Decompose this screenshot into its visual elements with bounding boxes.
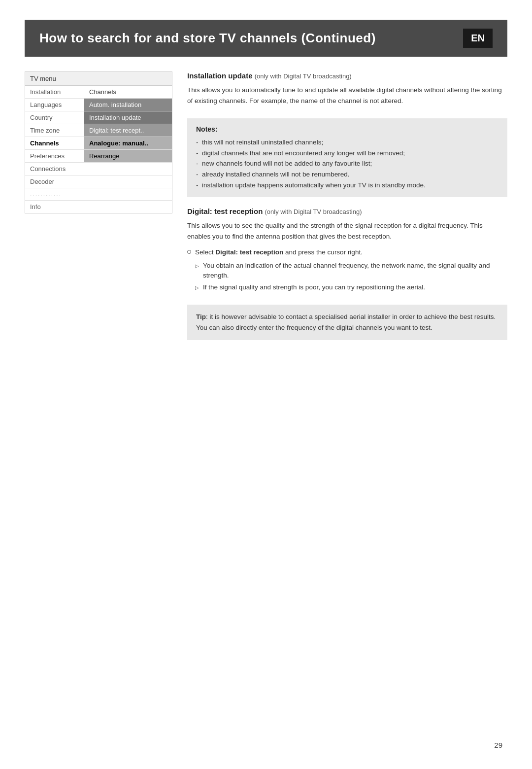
menu-left-decoder: Decoder bbox=[25, 175, 84, 188]
menu-row-installation[interactable]: Installation Channels bbox=[25, 86, 172, 99]
installation-update-body: This allows you to automatically tune to… bbox=[187, 85, 507, 106]
notes-title: Notes: bbox=[196, 125, 499, 133]
header-bar: How to search for and store TV channels … bbox=[25, 20, 507, 57]
menu-right-digital-test: Digital: test recept.. bbox=[84, 124, 172, 137]
main-content: TV menu Installation Channels Languages … bbox=[25, 71, 507, 340]
note-item-3: new channels found will not be added to … bbox=[196, 158, 499, 169]
menu-row-languages[interactable]: Languages Autom. installation bbox=[25, 99, 172, 111]
menu-row-decoder[interactable]: Decoder bbox=[25, 175, 172, 188]
menu-row-connections[interactable]: Connections bbox=[25, 163, 172, 175]
sub-bullet-1: You obtain an indication of the actual c… bbox=[195, 261, 507, 281]
installation-update-subtitle: (only with Digital TV broadcasting) bbox=[255, 72, 352, 80]
bullet-list: Select Digital: test reception and press… bbox=[187, 247, 507, 257]
menu-left-channels: Channels bbox=[25, 137, 84, 149]
tv-menu-panel: TV menu Installation Channels Languages … bbox=[25, 71, 172, 213]
menu-row-timezone[interactable]: Time zone Digital: test recept.. bbox=[25, 124, 172, 137]
tip-box: Tip: it is however advisable to contact … bbox=[187, 305, 507, 340]
installation-update-section: Installation update (only with Digital T… bbox=[187, 71, 507, 106]
tv-menu-header: TV menu bbox=[25, 72, 172, 86]
right-content: Installation update (only with Digital T… bbox=[187, 71, 507, 340]
note-item-5: installation update happens automaticall… bbox=[196, 180, 499, 191]
menu-left-country: Country bbox=[25, 111, 84, 124]
digital-test-section: Digital: test reception (only with Digit… bbox=[187, 207, 507, 292]
note-item-1: this will not reinstall uninstalled chan… bbox=[196, 137, 499, 148]
menu-right-connections-empty bbox=[84, 163, 172, 175]
menu-right-decoder-empty bbox=[84, 175, 172, 188]
lang-badge: EN bbox=[463, 29, 493, 48]
menu-right-analogue: Analogue: manual.. bbox=[84, 137, 172, 149]
menu-info-row: Info bbox=[25, 201, 172, 213]
menu-left-timezone: Time zone bbox=[25, 124, 84, 137]
menu-left-languages: Languages bbox=[25, 99, 84, 111]
menu-right-channels: Channels bbox=[84, 86, 172, 98]
menu-row-preferences[interactable]: Preferences Rearrange bbox=[25, 150, 172, 163]
menu-right-installation-update: Installation update bbox=[84, 111, 172, 124]
digital-test-title: Digital: test reception (only with Digit… bbox=[187, 207, 507, 215]
installation-update-title: Installation update (only with Digital T… bbox=[187, 71, 507, 80]
sub-bullet-2: If the signal quality and strength is po… bbox=[195, 282, 507, 292]
notes-list: this will not reinstall uninstalled chan… bbox=[196, 137, 499, 190]
digital-test-subtitle: (only with Digital TV broadcasting) bbox=[265, 208, 362, 215]
menu-right-autom: Autom. installation bbox=[84, 99, 172, 111]
menu-row-channels[interactable]: Channels Analogue: manual.. bbox=[25, 137, 172, 150]
menu-left-preferences: Preferences bbox=[25, 150, 84, 162]
menu-dots: ............ bbox=[25, 188, 172, 201]
page-title: How to search for and store TV channels … bbox=[39, 31, 376, 46]
menu-left-installation: Installation bbox=[25, 86, 84, 98]
page-number: 29 bbox=[494, 741, 502, 749]
bullet-item-select: Select Digital: test reception and press… bbox=[187, 247, 507, 257]
menu-left-connections: Connections bbox=[25, 163, 84, 175]
tip-label: Tip: it is however advisable to contact … bbox=[196, 313, 496, 331]
note-item-4: already installed channels will not be r… bbox=[196, 169, 499, 180]
note-item-2: digital channels that are not encountere… bbox=[196, 148, 499, 159]
page-container: How to search for and store TV channels … bbox=[0, 0, 532, 769]
notes-box: Notes: this will not reinstall uninstall… bbox=[187, 118, 507, 197]
bullet-text: Select Digital: test reception and press… bbox=[195, 247, 363, 257]
digital-test-body: This allows you to see the quality and t… bbox=[187, 220, 507, 242]
circle-bullet-icon bbox=[187, 250, 191, 254]
menu-right-rearrange: Rearrange bbox=[84, 150, 172, 162]
sub-bullet-list: You obtain an indication of the actual c… bbox=[195, 261, 507, 293]
menu-row-country[interactable]: Country Installation update bbox=[25, 111, 172, 124]
